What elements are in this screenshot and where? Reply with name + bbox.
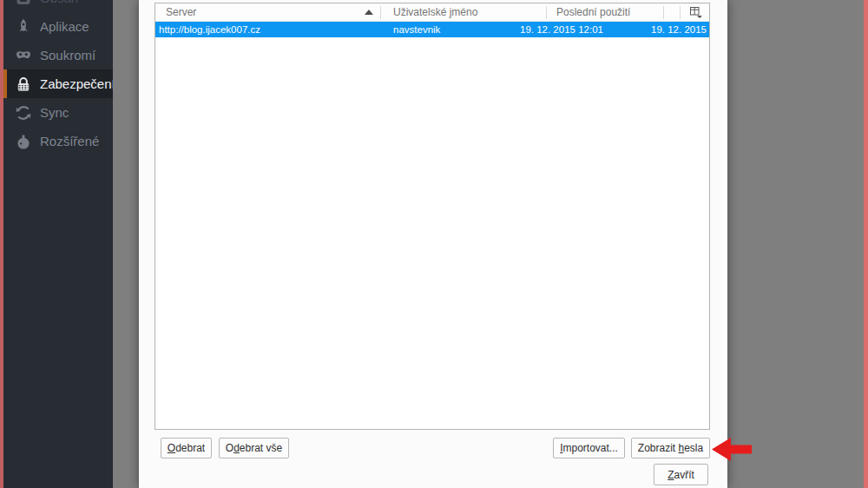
logins-table-header: Server Uživatelské jméno Poslední použit… <box>155 3 709 22</box>
sidebar-item-security[interactable]: Zabezpečení <box>0 69 113 98</box>
screenshot-border-left <box>0 0 3 488</box>
sidebar-item-sync[interactable]: Sync <box>0 98 113 127</box>
sidebar-item-content[interactable]: Obsah <box>0 0 113 12</box>
sidebar-item-privacy[interactable]: Soukromí <box>0 41 113 69</box>
remove-button[interactable]: Odebrat <box>161 438 212 458</box>
remove-all-button[interactable]: Odebrat vše <box>219 438 289 458</box>
annotation-arrow-left-icon <box>712 438 752 465</box>
screenshot-border-right <box>864 0 868 488</box>
column-divider <box>380 6 381 19</box>
cell-last-used: 19. 12. 2015 12:01 <box>520 22 603 37</box>
column-divider <box>546 6 547 19</box>
close-button[interactable]: Zavřít <box>654 464 708 485</box>
content-icon <box>15 0 32 7</box>
column-header-last-used[interactable]: Poslední použití <box>556 3 630 22</box>
cell-username: navstevnik <box>393 22 440 37</box>
saved-logins-dialog: Server Uživatelské jméno Poslední použit… <box>139 0 727 488</box>
column-header-server[interactable]: Server <box>166 3 196 22</box>
column-header-username[interactable]: Uživatelské jméno <box>393 3 477 22</box>
preferences-sidebar: Obsah Aplikace Soukromí <box>0 0 113 488</box>
logins-table: Server Uživatelské jméno Poslední použit… <box>155 3 710 430</box>
sidebar-item-label: Aplikace <box>40 19 89 34</box>
cell-changed: 19. 12. 2015 <box>651 22 707 37</box>
mask-icon <box>15 47 32 64</box>
sidebar-item-label: Rozšířené <box>40 134 99 148</box>
sidebar-item-label: Obsah <box>40 0 78 5</box>
login-table-row[interactable]: http://blog.ijacek007.cz navstevnik 19. … <box>155 22 709 37</box>
sidebar-item-label: Sync <box>40 105 69 120</box>
column-divider <box>680 6 681 19</box>
sidebar-item-advanced[interactable]: Rozšířené <box>0 127 113 155</box>
sidebar-item-applications[interactable]: Aplikace <box>0 12 113 41</box>
sort-ascending-icon <box>365 10 373 15</box>
sidebar-item-label: Zabezpečení <box>40 76 113 91</box>
flask-icon <box>15 133 32 150</box>
rocket-icon <box>15 18 32 36</box>
sidebar-item-label: Soukromí <box>40 48 95 63</box>
sync-icon <box>15 104 32 122</box>
lock-icon <box>15 76 32 93</box>
column-picker-icon[interactable] <box>687 6 706 19</box>
show-passwords-button[interactable]: Zobrazit hesla <box>631 438 710 458</box>
cell-server: http://blog.ijacek007.cz <box>159 22 260 37</box>
column-divider <box>663 6 664 19</box>
import-button[interactable]: Importovat... <box>553 438 625 458</box>
screen: Obsah Aplikace Soukromí <box>0 0 868 488</box>
sidebar-category-list: Obsah Aplikace Soukromí <box>0 0 113 155</box>
